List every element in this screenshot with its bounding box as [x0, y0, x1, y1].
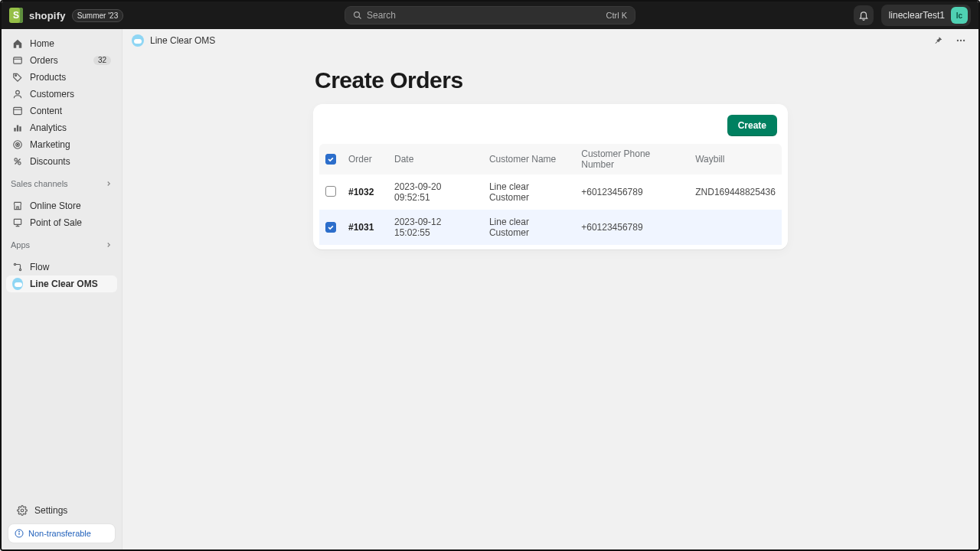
sidebar-item-content[interactable]: Content [6, 103, 117, 119]
col-waybill: Waybill [689, 144, 782, 174]
sidebar-item-products[interactable]: Products [6, 69, 117, 86]
user-menu[interactable]: lineclearTest1 lc [881, 5, 971, 26]
topbar: shopify Summer '23 Search Ctrl K linecle… [2, 2, 978, 29]
cell-customer-name: Line clear Customer [483, 174, 575, 210]
svg-point-4 [16, 90, 20, 94]
products-icon [12, 72, 23, 83]
sidebar-item-customers[interactable]: Customers [6, 86, 117, 103]
global-search[interactable]: Search Ctrl K [345, 6, 635, 24]
sidebar-item-home[interactable]: Home [6, 35, 117, 52]
sidebar: Home Orders 32 Products [2, 29, 122, 549]
orders-icon [12, 55, 23, 66]
sidebar-item-label: Point of Sale [30, 218, 82, 227]
username: lineclearTest1 [889, 10, 945, 21]
search-placeholder: Search [367, 10, 606, 21]
orders-table: Order Date Customer Name Customer Phone … [319, 144, 782, 245]
row-checkbox[interactable] [325, 222, 336, 233]
svg-point-18 [21, 509, 24, 512]
sidebar-item-label: Products [30, 73, 66, 82]
cell-customer-name: Line clear Customer [483, 210, 575, 245]
svg-point-12 [15, 158, 18, 161]
discounts-icon [12, 156, 23, 167]
cell-date: 2023-09-20 09:52:51 [388, 174, 483, 210]
svg-line-1 [359, 17, 361, 19]
cloud-icon [12, 278, 23, 290]
sidebar-item-label: Orders [30, 56, 58, 65]
flow-icon [12, 262, 23, 272]
cloud-icon [132, 34, 144, 47]
sidebar-item-label: Online Store [30, 201, 81, 210]
svg-point-11 [17, 144, 18, 145]
sidebar-item-label: Settings [34, 506, 67, 515]
sidebar-item-label: Analytics [30, 123, 67, 132]
avatar: lc [951, 7, 968, 24]
cell-order: #1031 [348, 222, 374, 233]
pos-icon [12, 217, 23, 228]
orders-count-badge: 32 [93, 56, 111, 65]
store-icon [12, 201, 23, 211]
content-icon [12, 106, 23, 116]
svg-rect-6 [14, 128, 15, 132]
non-transferable-pill[interactable]: Non-transferable [8, 523, 116, 543]
row-checkbox[interactable] [325, 186, 336, 197]
svg-point-22 [957, 40, 959, 41]
sidebar-item-marketing[interactable]: Marketing [6, 136, 117, 153]
page-title: Create Orders [315, 67, 788, 93]
section-header-sales-channels[interactable]: Sales channels [2, 170, 122, 191]
shopify-logo-icon [9, 8, 23, 23]
svg-rect-15 [14, 219, 21, 224]
app-subheader: Line Clear OMS [122, 29, 978, 52]
col-date: Date [388, 144, 483, 174]
svg-point-3 [15, 75, 17, 77]
svg-rect-2 [14, 57, 22, 64]
cell-date: 2023-09-12 15:02:55 [388, 210, 483, 245]
svg-point-17 [19, 269, 21, 270]
cell-customer-phone: +60123456789 [575, 210, 689, 245]
brand: shopify [29, 10, 66, 21]
svg-point-24 [963, 40, 965, 41]
search-shortcut: Ctrl K [606, 11, 628, 20]
pin-button[interactable] [929, 32, 946, 49]
sidebar-item-discounts[interactable]: Discounts [6, 153, 117, 170]
edition-badge[interactable]: Summer '23 [72, 9, 124, 22]
sidebar-item-analytics[interactable]: Analytics [6, 119, 117, 136]
analytics-icon [12, 122, 23, 133]
svg-point-13 [18, 162, 21, 165]
cell-customer-phone: +60123456789 [575, 174, 689, 210]
sidebar-item-point-of-sale[interactable]: Point of Sale [6, 214, 117, 231]
customers-icon [12, 89, 23, 99]
sidebar-item-label: Content [30, 106, 62, 116]
cell-order: #1032 [348, 187, 374, 197]
more-actions-button[interactable] [952, 32, 969, 49]
subheader-app-name: Line Clear OMS [150, 35, 215, 46]
sidebar-item-line-clear-oms[interactable]: Line Clear OMS [6, 276, 117, 292]
col-customer-name: Customer Name [483, 144, 575, 174]
gear-icon [17, 505, 28, 516]
chevron-right-icon [105, 180, 113, 187]
sidebar-item-label: Flow [30, 262, 49, 272]
svg-point-21 [19, 531, 20, 532]
chevron-right-icon [105, 241, 113, 249]
select-all-checkbox[interactable] [325, 154, 336, 165]
marketing-icon [12, 139, 23, 150]
svg-point-23 [960, 40, 962, 41]
sidebar-item-settings[interactable]: Settings [11, 502, 113, 519]
svg-line-14 [15, 159, 21, 165]
col-customer-phone: Customer Phone Number [575, 144, 689, 174]
main: Line Clear OMS Create Orders C [122, 29, 978, 549]
sidebar-item-label: Line Clear OMS [30, 279, 98, 289]
svg-rect-8 [19, 126, 21, 131]
sidebar-item-flow[interactable]: Flow [6, 259, 117, 276]
create-button[interactable]: Create [727, 115, 777, 136]
sidebar-item-online-store[interactable]: Online Store [6, 197, 117, 214]
orders-card: Create Order [313, 104, 788, 249]
table-header-row: Order Date Customer Name Customer Phone … [319, 144, 782, 174]
home-icon [12, 38, 23, 49]
sidebar-item-orders[interactable]: Orders 32 [6, 52, 117, 69]
notifications-button[interactable] [854, 5, 874, 25]
table-row[interactable]: #1031 2023-09-12 15:02:55 Line clear Cus… [319, 210, 782, 245]
svg-rect-5 [14, 107, 22, 114]
section-header-apps[interactable]: Apps [2, 231, 122, 253]
table-row[interactable]: #1032 2023-09-20 09:52:51 Line clear Cus… [319, 174, 782, 210]
svg-point-16 [14, 263, 15, 265]
